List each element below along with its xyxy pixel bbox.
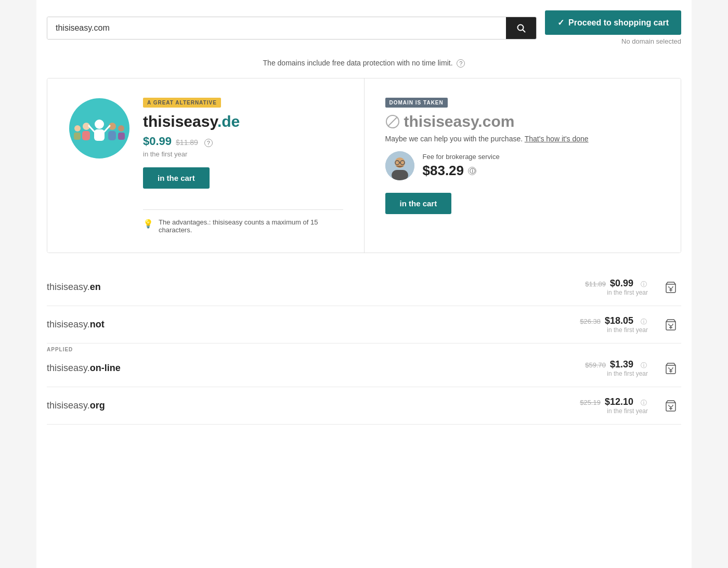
- domain-list-name: thisiseasy.org: [47, 400, 580, 411]
- list-price-old: $59.70: [585, 361, 606, 369]
- list-price-period: in the first year: [607, 289, 648, 296]
- taken-domain-text: thisiseasy.com: [404, 113, 515, 130]
- svg-rect-4: [94, 129, 105, 141]
- list-item: thisiseasy.org $25.19 $12.10 ⓘ in the fi…: [47, 387, 681, 425]
- svg-point-11: [118, 125, 124, 131]
- featured-cards: A GREAT ALTERNATIVE thisiseasy.de $0.99 …: [47, 78, 681, 253]
- domain-ext: .de: [217, 113, 240, 130]
- list-price-new: $12.10: [605, 397, 633, 407]
- domain-list-name: thisiseasy.on-line: [47, 363, 585, 374]
- avatar-svg: [385, 151, 414, 180]
- search-bar: [47, 17, 537, 39]
- svg-rect-6: [82, 131, 90, 140]
- svg-line-1: [523, 30, 525, 32]
- search-icon: [516, 23, 526, 33]
- price-group: $11.89 $0.99 ⓘ in the first year: [585, 278, 648, 296]
- left-card: A GREAT ALTERNATIVE thisiseasy.de $0.99 …: [47, 78, 365, 253]
- featured-domain-name: thisiseasy.de: [143, 113, 343, 130]
- domain-ext-bold: en: [90, 282, 101, 292]
- add-to-cart-button[interactable]: [660, 279, 681, 296]
- cart-add-icon: [665, 319, 677, 331]
- domain-base: thisiseasy: [143, 113, 217, 130]
- price-group: $59.70 $1.39 ⓘ in the first year: [585, 359, 648, 377]
- taken-info: Maybe we can help you with the purchase.…: [385, 135, 660, 143]
- broker-row: Fee for brokerage service $83.29 ⓘ: [385, 151, 660, 180]
- info-text: The domains include free data protection…: [263, 59, 453, 67]
- advantage-text: The advantages.: thisiseasy counts a max…: [159, 218, 343, 234]
- svg-rect-12: [118, 133, 125, 140]
- price-group-top: $25.19 $12.10 ⓘ: [580, 397, 648, 407]
- price-current: $0.99: [143, 135, 172, 148]
- alt-badge: A GREAT ALTERNATIVE: [143, 98, 221, 108]
- list-price-old: $11.89: [585, 280, 606, 288]
- domain-list-name: thisiseasy.not: [47, 319, 580, 330]
- price-old: $11.89: [176, 138, 198, 147]
- proceed-button-wrap: ✓ Proceed to shopping cart No domain sel…: [545, 10, 681, 45]
- taken-domain-name: thisiseasy.com: [385, 113, 660, 130]
- bulb-icon: 💡: [143, 219, 153, 229]
- applied-label: APPLIED: [47, 347, 73, 352]
- broker-info: Fee for brokerage service $83.29 ⓘ: [423, 153, 500, 179]
- list-price-new: $1.39: [610, 359, 633, 370]
- svg-rect-19: [392, 170, 408, 180]
- svg-rect-10: [74, 133, 81, 140]
- taken-link[interactable]: That's how it's done: [525, 135, 589, 143]
- domain-list-name: thisiseasy.en: [47, 282, 585, 293]
- list-price-period: in the first year: [607, 370, 648, 377]
- card-content-left: A GREAT ALTERNATIVE thisiseasy.de $0.99 …: [143, 97, 343, 234]
- add-to-cart-button[interactable]: [660, 316, 681, 333]
- left-cart-button[interactable]: in the cart: [143, 167, 210, 189]
- svg-point-9: [74, 125, 81, 131]
- broker-avatar: [385, 151, 414, 180]
- proceed-button-label: Proceed to shopping cart: [568, 18, 669, 28]
- list-price-period: in the first year: [607, 407, 648, 415]
- right-cart-button[interactable]: in the cart: [385, 193, 452, 214]
- header: ✓ Proceed to shopping cart No domain sel…: [47, 0, 681, 50]
- card-illustration: [68, 97, 131, 160]
- list-info-icon[interactable]: ⓘ: [640, 399, 648, 407]
- card-left-layout: A GREAT ALTERNATIVE thisiseasy.de $0.99 …: [68, 97, 343, 234]
- add-to-cart-button[interactable]: [660, 398, 681, 414]
- info-icon[interactable]: ?: [457, 59, 465, 68]
- list-price-old: $25.19: [580, 399, 601, 406]
- price-group: $26.38 $18.05 ⓘ in the first year: [580, 315, 648, 334]
- price-group: $25.19 $12.10 ⓘ in the first year: [580, 397, 648, 415]
- cart-add-icon: [665, 281, 677, 294]
- price-group-top: $26.38 $18.05 ⓘ: [580, 315, 648, 326]
- svg-line-16: [388, 117, 397, 126]
- price-group-top: $59.70 $1.39 ⓘ: [585, 359, 648, 370]
- broker-info-icon[interactable]: ⓘ: [468, 167, 476, 175]
- advantage-row: 💡 The advantages.: thisiseasy counts a m…: [143, 218, 343, 234]
- broker-label: Fee for brokerage service: [423, 153, 500, 161]
- list-price-new: $18.05: [605, 315, 633, 326]
- domain-ext-bold: not: [90, 319, 105, 329]
- svg-rect-8: [108, 131, 116, 140]
- add-to-cart-button[interactable]: [660, 360, 681, 377]
- search-button[interactable]: [506, 17, 536, 39]
- checkmark-icon: ✓: [557, 18, 564, 28]
- list-price-new: $0.99: [610, 278, 633, 289]
- list-info-icon[interactable]: ⓘ: [640, 362, 648, 370]
- list-info-icon[interactable]: ⓘ: [640, 281, 648, 289]
- proceed-to-cart-button[interactable]: ✓ Proceed to shopping cart: [545, 10, 681, 35]
- no-sign-icon: [385, 114, 400, 129]
- search-input[interactable]: [47, 17, 506, 39]
- price-info-icon[interactable]: ?: [204, 139, 213, 147]
- cart-add-icon: [665, 400, 677, 412]
- price-group-top: $11.89 $0.99 ⓘ: [585, 278, 648, 289]
- broker-price: $83.29 ⓘ: [423, 163, 500, 179]
- right-card: DOMAIN IS TAKEN thisiseasy.com Maybe we …: [365, 78, 681, 253]
- list-item: thisiseasy.en $11.89 $0.99 ⓘ in the firs…: [47, 269, 681, 306]
- price-row: $0.99 $11.89 ?: [143, 135, 343, 148]
- cart-add-icon: [665, 362, 677, 375]
- info-bar: The domains include free data protection…: [47, 50, 681, 78]
- price-period: in the first year: [143, 150, 343, 158]
- no-domain-text: No domain selected: [621, 37, 681, 45]
- taken-badge: DOMAIN IS TAKEN: [385, 98, 448, 108]
- illustration-svg: [68, 97, 131, 160]
- list-price-old: $26.38: [580, 318, 601, 325]
- list-info-icon[interactable]: ⓘ: [640, 318, 648, 326]
- list-price-period: in the first year: [607, 326, 648, 334]
- svg-point-3: [95, 120, 104, 129]
- list-item: thisiseasy.not $26.38 $18.05 ⓘ in the fi…: [47, 306, 681, 344]
